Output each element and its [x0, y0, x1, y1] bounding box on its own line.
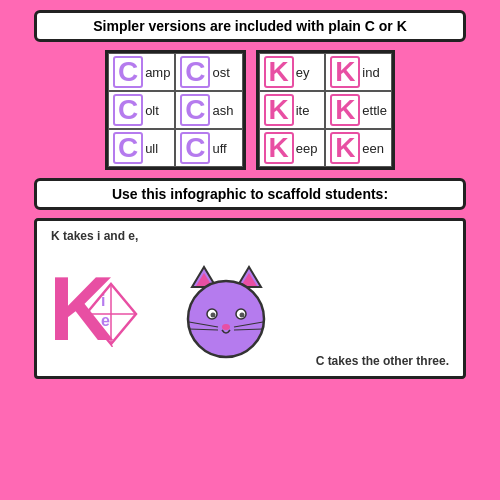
k-letter: K [264, 132, 294, 164]
c-word-rest: olt [145, 103, 159, 118]
c-letter: C [180, 56, 210, 88]
k-grid-cell: Keen [325, 129, 392, 167]
c-word-rest: ash [212, 103, 233, 118]
c-grid-cell: Camp [108, 53, 175, 91]
svg-point-11 [240, 313, 245, 318]
scaffold-banner: Use this infographic to scaffold student… [34, 178, 466, 210]
k-grid-cell: Keep [259, 129, 326, 167]
svg-point-7 [188, 281, 264, 357]
cat-area [174, 259, 279, 368]
c-grid-cell: Cull [108, 129, 175, 167]
scaffold-banner-text: Use this infographic to scaffold student… [112, 186, 388, 202]
c-letter: C [180, 94, 210, 126]
c-grid-cell: Cash [175, 91, 242, 129]
c-grid-cell: Cost [175, 53, 242, 91]
k-word-rest: ite [296, 103, 310, 118]
k-grid-cell: Kite [259, 91, 326, 129]
svg-point-10 [211, 313, 216, 318]
infographic-inner: K i e [49, 229, 451, 368]
infographic-bottom-text: C takes the other three. [316, 354, 449, 368]
word-grids: CampCostColtCashCullCuff KeyKindKiteKett… [10, 50, 490, 170]
c-letter: C [180, 132, 210, 164]
k-word-rest: eep [296, 141, 318, 156]
k-word-rest: een [362, 141, 384, 156]
k-letter: K [330, 132, 360, 164]
infographic: K takes i and e, K i e [34, 218, 466, 379]
c-grid-cell: Colt [108, 91, 175, 129]
k-letter: K [264, 94, 294, 126]
svg-point-12 [222, 324, 230, 330]
k-grid-cell: Kettle [325, 91, 392, 129]
cat-icon [174, 259, 279, 364]
c-letter: C [113, 94, 143, 126]
c-letter: C [113, 56, 143, 88]
k-word-rest: ind [362, 65, 379, 80]
c-word-rest: uff [212, 141, 226, 156]
k-letter: K [264, 56, 294, 88]
k-word-rest: ey [296, 65, 310, 80]
k-word-rest: ettle [362, 103, 387, 118]
c-letter: C [113, 132, 143, 164]
kite-icon [81, 282, 141, 347]
banner-top-text: Simpler versions are included with plain… [93, 18, 407, 34]
k-grid-cell: Kind [325, 53, 392, 91]
k-grid-cell: Key [259, 53, 326, 91]
c-grid: CampCostColtCashCullCuff [105, 50, 246, 170]
infographic-top-text: K takes i and e, [51, 229, 138, 243]
k-letter: K [330, 56, 360, 88]
k-kite-area: K i e [49, 264, 114, 354]
k-grid: KeyKindKiteKettleKeepKeen [256, 50, 395, 170]
c-word-rest: ost [212, 65, 229, 80]
banner-top: Simpler versions are included with plain… [34, 10, 466, 42]
k-letter: K [330, 94, 360, 126]
c-grid-cell: Cuff [175, 129, 242, 167]
c-word-rest: ull [145, 141, 158, 156]
c-word-rest: amp [145, 65, 170, 80]
